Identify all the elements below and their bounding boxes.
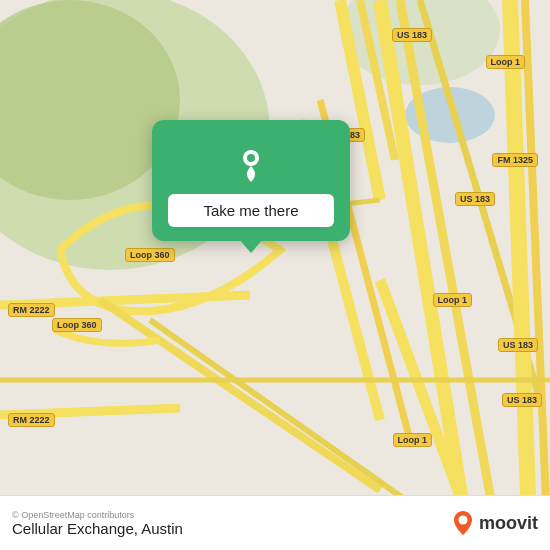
road-label-loop1-mid: Loop 1: [433, 293, 473, 307]
navigation-popup: Take me there: [152, 120, 350, 241]
road-label-loop360-2: Loop 360: [52, 318, 102, 332]
bottom-bar: © OpenStreetMap contributors Cellular Ex…: [0, 495, 550, 550]
location-pin-icon: [229, 140, 273, 184]
moovit-logo: moovit: [451, 509, 538, 537]
take-me-there-button[interactable]: Take me there: [168, 194, 334, 227]
road-label-fm1325: FM 1325: [492, 153, 538, 167]
road-label-loop1-bot: Loop 1: [393, 433, 433, 447]
road-label-us183-far: US 183: [502, 393, 542, 407]
svg-point-24: [458, 516, 467, 525]
map-container: US 183 Loop 1 183 US 183 FM 1325 Loop 36…: [0, 0, 550, 550]
road-label-us183-mid: US 183: [455, 192, 495, 206]
moovit-pin-icon: [451, 509, 475, 537]
location-name: Cellular Exchange, Austin: [12, 520, 183, 537]
road-label-us183-top: US 183: [392, 28, 432, 42]
location-info: © OpenStreetMap contributors Cellular Ex…: [12, 510, 183, 537]
road-layer: [0, 0, 550, 550]
road-label-rm2222-1: RM 2222: [8, 303, 55, 317]
road-label-loop360-1: Loop 360: [125, 248, 175, 262]
map-attribution: © OpenStreetMap contributors: [12, 510, 183, 520]
road-label-us183-bot: US 183: [498, 338, 538, 352]
road-label-loop1-top: Loop 1: [486, 55, 526, 69]
moovit-brand-text: moovit: [479, 513, 538, 534]
svg-point-23: [247, 154, 255, 162]
road-label-rm2222-2: RM 2222: [8, 413, 55, 427]
